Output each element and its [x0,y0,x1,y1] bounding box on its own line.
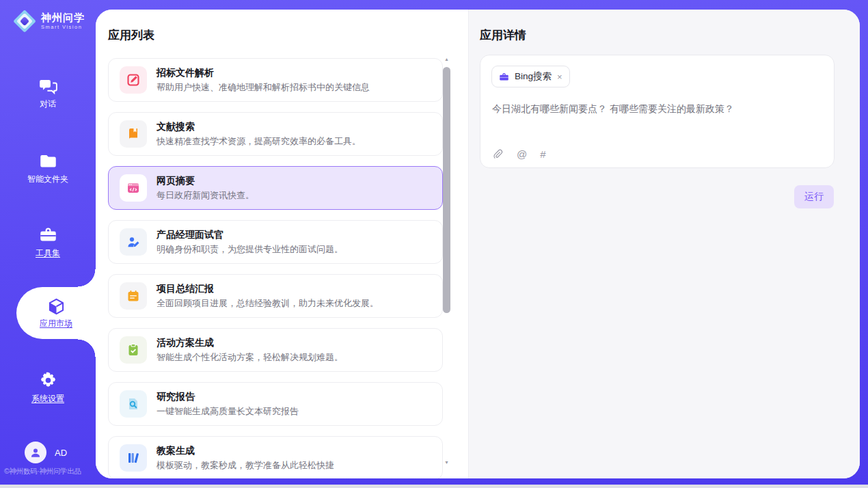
calendar-report-icon [126,289,140,303]
scroll-down-icon[interactable]: ▼ [442,458,451,467]
scrollbar-thumb[interactable] [443,67,450,313]
app-name: 活动方案生成 [157,337,343,349]
sidebar-item-label: 对话 [40,98,56,110]
tool-tag-bing-search[interactable]: Bing搜索 × [491,66,570,87]
webpage-icon [126,181,140,195]
app-desc: 明确身份和职责，为您提供专业性的面试问题。 [157,243,343,256]
app-detail-title: 应用详情 [480,27,526,43]
sidebar-footer-credit: ©神州数码·神州问学出品 [4,467,96,476]
user-name: AD [55,448,67,458]
prompt-card: Bing搜索 × 今日湖北有哪些新闻要点？ 有哪些需要关注的最新政策？ @ # [480,55,835,168]
run-button[interactable]: 运行 [794,185,834,208]
app-desc: 智能生成个性化活动方案，轻松解决规划难题。 [157,351,343,364]
app-list: 招标文件解析帮助用户快速、准确地理解和解析招标书中的关键信息 文献搜索快速精准查… [108,58,443,478]
content-card: 应用列表 招标文件解析帮助用户快速、准确地理解和解析招标书中的关键信息 文献搜索… [96,10,860,478]
books-icon [126,451,140,465]
sidebar-item-label: 智能文件夹 [27,174,68,185]
folder-icon [39,152,57,170]
mention-icon[interactable]: @ [517,148,527,160]
sidebar-item-settings[interactable]: 系统设置 [0,371,96,405]
app-name: 招标文件解析 [157,67,370,79]
tool-tag-label: Bing搜索 [515,70,552,83]
toolbox-icon [39,226,57,244]
chat-icon [39,77,57,95]
sidebar-item-smart-folders[interactable]: 智能文件夹 [0,152,96,185]
brand-name: 神州问学 [41,12,85,24]
query-input[interactable]: 今日湖北有哪些新闻要点？ 有哪些需要关注的最新政策？ [492,103,734,116]
scroll-up-icon[interactable]: ▲ [442,55,451,64]
sidebar-item-label: 应用市场 [40,318,72,329]
app-detail-panel: 应用详情 Bing搜索 × 今日湖北有哪些新闻要点？ 有哪些需要关注的最新政策？… [468,10,860,478]
app-desc: 一键智能生成高质量长文本研究报告 [157,405,299,418]
sidebar-item-app-market[interactable]: 应用市场 [16,287,96,339]
paperclip-icon[interactable] [492,148,504,160]
app-card-project-summary[interactable]: 项目总结汇报全面回顾项目进展，总结经验教训，助力未来优化发展。 [108,274,443,318]
app-name: 产品经理面试官 [157,229,343,241]
app-name: 项目总结汇报 [157,283,379,295]
interviewer-icon [126,235,140,249]
bottom-edge-strip [0,485,868,488]
topic-icon[interactable]: # [540,148,545,160]
sidebar: 神州问学 Smart Vision 对话 智能文件夹 工具集 应用市场 系统设置… [0,0,96,485]
clipboard-check-icon [126,343,140,357]
sidebar-item-label: 系统设置 [31,393,64,405]
close-icon[interactable]: × [557,72,562,81]
person-icon [29,446,42,459]
input-toolbar: @ # [492,148,546,160]
sidebar-item-toolset[interactable]: 工具集 [0,226,96,259]
app-list-panel: 应用列表 招标文件解析帮助用户快速、准确地理解和解析招标书中的关键信息 文献搜索… [96,10,468,478]
app-name: 网页摘要 [157,175,254,187]
app-card-lesson-plan[interactable]: 教案生成模板驱动，教案秒成，教学准备从此轻松快捷 [108,436,443,478]
app-desc: 快速精准查找学术资源，提高研究效率的必备工具。 [157,135,361,148]
app-card-webpage-summary[interactable]: 网页摘要每日政府新闻资讯快查。 [108,166,443,210]
app-name: 文献搜索 [157,121,361,133]
avatar [25,442,46,463]
app-card-research-report[interactable]: 研究报告一键智能生成高质量长文本研究报告 [108,382,443,426]
app-card-literature-search[interactable]: 文献搜索快速精准查找学术资源，提高研究效率的必备工具。 [108,112,443,156]
research-report-icon [126,397,140,411]
app-list-title: 应用列表 [108,27,154,43]
app-card-pm-interviewer[interactable]: 产品经理面试官明确身份和职责，为您提供专业性的面试问题。 [108,220,443,264]
cube-icon [47,297,66,316]
app-desc: 模板驱动，教案秒成，教学准备从此轻松快捷 [157,459,334,472]
brand-gem-icon [14,10,36,32]
app-card-event-plan[interactable]: 活动方案生成智能生成个性化活动方案，轻松解决规划难题。 [108,328,443,372]
app-card-bid-parsing[interactable]: 招标文件解析帮助用户快速、准确地理解和解析招标书中的关键信息 [108,58,443,102]
user-account[interactable]: AD [25,442,67,463]
book-icon [126,127,140,141]
brand-subtitle: Smart Vision [41,25,85,30]
app-desc: 帮助用户快速、准确地理解和解析招标书中的关键信息 [157,81,370,94]
sidebar-item-label: 工具集 [36,247,60,259]
app-desc: 全面回顾项目进展，总结经验教训，助力未来优化发展。 [157,297,379,310]
app-name: 研究报告 [157,391,299,403]
brand-logo: 神州问学 Smart Vision [14,10,85,32]
gear-icon [39,371,57,390]
app-list-scrollbar[interactable]: ▲ ▼ [442,55,451,473]
briefcase-icon [499,72,509,82]
app-desc: 每日政府新闻资讯快查。 [157,189,254,202]
app-name: 教案生成 [157,445,334,457]
edit-document-icon [126,73,140,87]
sidebar-item-chat[interactable]: 对话 [0,77,96,110]
